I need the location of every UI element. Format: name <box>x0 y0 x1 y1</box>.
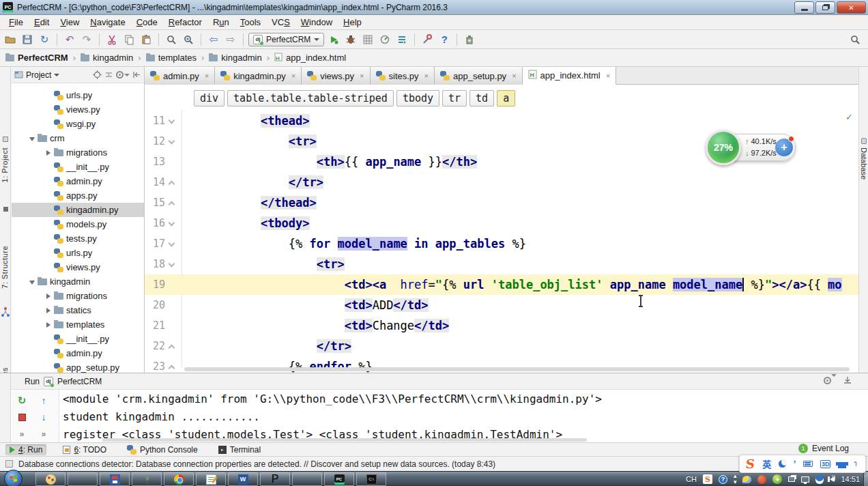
menu-item-code[interactable]: Code <box>132 16 162 29</box>
more-actions-icon[interactable]: » <box>16 428 28 440</box>
skin-shirt-icon[interactable] <box>838 462 846 468</box>
tree-item-crm[interactable]: crm <box>12 131 144 145</box>
close-button[interactable]: ✕ <box>837 1 866 14</box>
close-icon[interactable]: × <box>512 72 516 80</box>
comma-icon[interactable]: ’ <box>794 459 796 469</box>
save-all-icon[interactable] <box>20 32 35 47</box>
close-icon[interactable]: × <box>606 72 610 80</box>
tree-item-adminpy[interactable]: admin.py <box>12 346 144 360</box>
tree-item-templates[interactable]: templates <box>12 317 144 332</box>
menu-item-window[interactable]: Window <box>296 16 337 29</box>
help-tray-icon[interactable]: ? <box>719 475 727 484</box>
tree-item-kingadmin[interactable]: kingadmin <box>12 274 144 289</box>
tree-item-testspy[interactable]: tests.py <box>12 231 144 246</box>
tree-item-app_setuppy[interactable]: app_setup.py <box>12 360 144 373</box>
hide-panel-icon[interactable] <box>843 376 852 386</box>
tree-item-migrations[interactable]: migrations <box>12 289 144 303</box>
code-line-15[interactable]: 15 </thead> <box>145 192 858 213</box>
tab-sitespy[interactable]: sites.py× <box>371 67 435 85</box>
tree-item-urlspy[interactable]: urls.py <box>12 88 144 102</box>
gear-icon[interactable] <box>824 377 837 386</box>
back-icon[interactable]: ⇦ <box>206 32 221 47</box>
paste-icon[interactable] <box>139 32 154 47</box>
undo-icon[interactable]: ↶ <box>62 32 77 47</box>
chevron-down-icon[interactable] <box>54 74 59 76</box>
show-hidden-icons[interactable]: ▴▾ <box>734 473 737 485</box>
stop-icon[interactable] <box>16 411 28 423</box>
replace-icon[interactable] <box>181 32 196 47</box>
taskbar-app-palette[interactable] <box>35 472 66 486</box>
close-icon[interactable]: × <box>205 72 209 80</box>
volume-icon[interactable] <box>830 476 835 482</box>
chevron-right-icon[interactable] <box>44 319 53 330</box>
help-icon[interactable]: ? <box>437 32 452 47</box>
copy-icon[interactable] <box>121 32 136 47</box>
windows-stack-icon[interactable] <box>788 476 795 482</box>
tree-item-__init__py[interactable]: __init__.py <box>12 160 144 174</box>
memory-ball[interactable]: 27% <box>706 130 741 165</box>
profile-icon[interactable] <box>377 32 392 47</box>
code-line-18[interactable]: 18 <tr> <box>145 254 858 274</box>
close-icon[interactable]: × <box>291 72 295 80</box>
element-chip-tbody[interactable]: tbody <box>396 90 439 106</box>
toolwindow-4run[interactable]: 4: Run <box>5 444 46 455</box>
fold-start-icon[interactable] <box>169 220 175 227</box>
wrench-icon[interactable]: ⌐ <box>851 461 861 467</box>
project-panel-title[interactable]: Project <box>26 70 51 80</box>
install-plugin-icon[interactable] <box>462 32 477 47</box>
chevron-down-icon[interactable] <box>28 133 36 143</box>
sidebar-item-database[interactable]: Database <box>860 147 868 180</box>
taskbar-app-chrome[interactable] <box>164 472 194 486</box>
gear-icon[interactable] <box>116 71 130 78</box>
sogou-logo-icon[interactable]: S <box>745 457 756 471</box>
run-configuration-select[interactable]: dj PerfectCRM <box>248 33 324 46</box>
chevron-down-icon[interactable] <box>28 276 36 287</box>
settings-wrench-icon[interactable] <box>420 32 435 47</box>
menu-item-help[interactable]: Help <box>338 16 366 29</box>
red-tray-icon[interactable] <box>757 475 766 484</box>
qq-icon[interactable] <box>815 475 824 484</box>
run-console-output[interactable]: <module 'crm.kingadmin' from 'G:\\python… <box>63 390 868 442</box>
taskbar-app-cmd[interactable]: C:\ <box>356 472 386 486</box>
breadcrumb-item[interactable]: kingadmin <box>209 53 261 63</box>
cut-icon[interactable] <box>104 32 119 47</box>
menu-item-navigate[interactable]: Navigate <box>85 16 130 29</box>
tab-app_setuppy[interactable]: app_setup.py× <box>435 67 523 85</box>
tree-item-modelspy[interactable]: models.py <box>12 217 144 231</box>
safety-360-icon[interactable]: + <box>772 474 782 484</box>
tree-item-viewspy[interactable]: views.py <box>12 102 144 117</box>
console-horizontal-scrollbar[interactable] <box>102 438 587 442</box>
hide-panel-icon[interactable] <box>132 70 141 79</box>
fold-end-icon[interactable] <box>169 345 175 352</box>
restore-button[interactable] <box>815 1 835 14</box>
synchronize-icon[interactable]: ↻ <box>37 32 52 47</box>
chat-tray-icon[interactable] <box>742 476 751 483</box>
element-chip-tr[interactable]: tr <box>442 90 467 106</box>
breadcrumb-item[interactable]: kingadmin <box>81 53 133 63</box>
menu-item-refactor[interactable]: Refactor <box>164 16 207 29</box>
code-line-16[interactable]: 16 <tbody> <box>145 213 858 233</box>
run-manager-icon[interactable] <box>394 32 409 47</box>
tab-kingadminpy[interactable]: kingadmin.py× <box>215 67 302 85</box>
menu-item-edit[interactable]: Edit <box>29 16 54 29</box>
menu-item-tools[interactable]: Tools <box>235 16 265 29</box>
tree-item-appspy[interactable]: apps.py <box>12 188 144 203</box>
chevron-right-icon[interactable] <box>44 291 53 301</box>
sidebar-item-structure[interactable]: 7: Structure <box>1 246 9 289</box>
moon-icon[interactable] <box>779 460 786 468</box>
element-chip-a[interactable]: a <box>497 90 515 106</box>
breadcrumb-item[interactable]: PerfectCRM <box>5 53 68 63</box>
tree-item-migrations[interactable]: migrations <box>12 145 144 160</box>
more-actions-icon[interactable]: » <box>38 428 50 440</box>
forward-icon[interactable]: ⇨ <box>223 32 238 47</box>
toolwindow-terminal[interactable]: ▸Terminal <box>214 444 265 455</box>
menu-item-run[interactable]: Run <box>208 16 234 29</box>
element-chip-td[interactable]: td <box>469 90 494 106</box>
toolwindow-6todo[interactable]: 6: TODO <box>59 444 111 455</box>
coverage-icon[interactable] <box>360 32 375 47</box>
show-desktop-button[interactable] <box>863 472 868 486</box>
event-log-button[interactable]: Event Log <box>812 444 849 453</box>
code-line-11[interactable]: 11 <thead> <box>145 111 858 131</box>
start-button[interactable] <box>4 470 23 486</box>
fold-end-icon[interactable] <box>169 181 175 188</box>
